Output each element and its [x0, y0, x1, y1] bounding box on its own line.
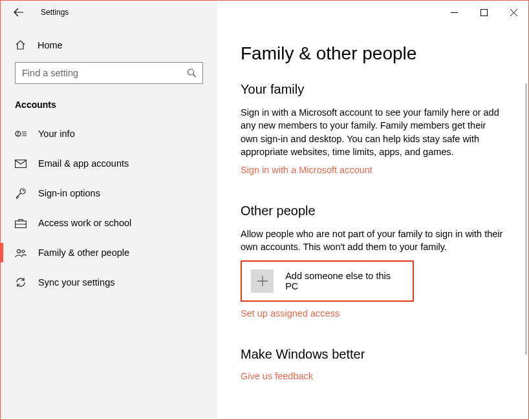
window-controls: [217, 1, 528, 24]
minimize-button[interactable]: [439, 1, 469, 24]
nav-item-label: Sync your settings: [38, 277, 114, 288]
svg-point-3: [17, 132, 19, 133]
nav-item-label: Sign-in options: [38, 188, 100, 198]
back-button[interactable]: [12, 6, 25, 19]
arrow-left-icon: [13, 6, 25, 18]
section-label: Accounts: [6, 96, 212, 119]
nav-item-label: Family & other people: [38, 247, 129, 258]
nav-email-accounts[interactable]: Email & app accounts: [6, 149, 212, 178]
key-icon: [15, 187, 27, 199]
nav-signin-options[interactable]: Sign-in options: [6, 178, 212, 208]
window-title: Settings: [41, 8, 69, 17]
content-area: Family & other people Your family Sign i…: [217, 24, 528, 419]
signin-ms-account-link[interactable]: Sign in with a Microsoft account: [241, 165, 372, 175]
sidebar: Home Accounts Your info: [1, 24, 217, 419]
close-icon: [510, 9, 517, 16]
scrollbar[interactable]: [525, 83, 527, 355]
other-heading: Other people: [241, 204, 505, 218]
family-body: Sign in with a Microsoft account to see …: [241, 106, 505, 158]
your-info-icon: [15, 128, 27, 140]
other-body: Allow people who are not part of your fa…: [241, 227, 505, 254]
svg-point-8: [17, 249, 20, 253]
home-nav[interactable]: Home: [6, 33, 212, 57]
section-family: Your family Sign in with a Microsoft acc…: [241, 82, 505, 194]
close-button[interactable]: [499, 1, 528, 24]
page-title: Family & other people: [241, 43, 505, 64]
section-feedback: Make Windows better Give us feedback: [241, 347, 505, 381]
titlebar: Settings: [1, 1, 528, 24]
nav-item-label: Access work or school: [38, 218, 131, 228]
feedback-heading: Make Windows better: [241, 347, 505, 362]
home-icon: [15, 39, 26, 50]
assigned-access-link[interactable]: Set up assigned access: [241, 308, 340, 319]
nav-family-other-people[interactable]: Family & other people: [6, 238, 212, 268]
sync-icon: [15, 277, 27, 288]
window-body: Home Accounts Your info: [1, 24, 528, 419]
add-someone-button[interactable]: Add someone else to this PC: [241, 260, 414, 302]
feedback-link[interactable]: Give us feedback: [241, 371, 313, 381]
people-icon: [15, 247, 27, 258]
svg-point-9: [22, 250, 25, 253]
nav-sync-settings[interactable]: Sync your settings: [6, 268, 212, 297]
svg-point-6: [23, 190, 24, 191]
svg-rect-0: [480, 9, 487, 16]
settings-window: Settings Home: [0, 0, 529, 420]
nav-list: Your info Email & app accounts Sign-in o…: [6, 119, 212, 297]
briefcase-icon: [15, 217, 27, 229]
nav-your-info[interactable]: Your info: [6, 119, 212, 149]
minimize-icon: [451, 9, 458, 16]
svg-point-5: [20, 189, 25, 194]
email-icon: [15, 158, 27, 169]
plus-icon: [251, 269, 274, 293]
add-someone-label: Add someone else to this PC: [285, 271, 404, 291]
nav-item-label: Email & app accounts: [38, 158, 129, 169]
titlebar-left: Settings: [1, 1, 217, 24]
home-label: Home: [38, 40, 63, 50]
family-heading: Your family: [241, 82, 505, 97]
maximize-button[interactable]: [469, 1, 499, 24]
section-other-people: Other people Allow people who are not pa…: [241, 204, 505, 338]
search-wrap: [15, 62, 203, 84]
maximize-icon: [480, 9, 488, 16]
nav-item-label: Your info: [38, 129, 75, 139]
nav-access-work-school[interactable]: Access work or school: [6, 208, 212, 238]
search-input[interactable]: [15, 62, 203, 84]
